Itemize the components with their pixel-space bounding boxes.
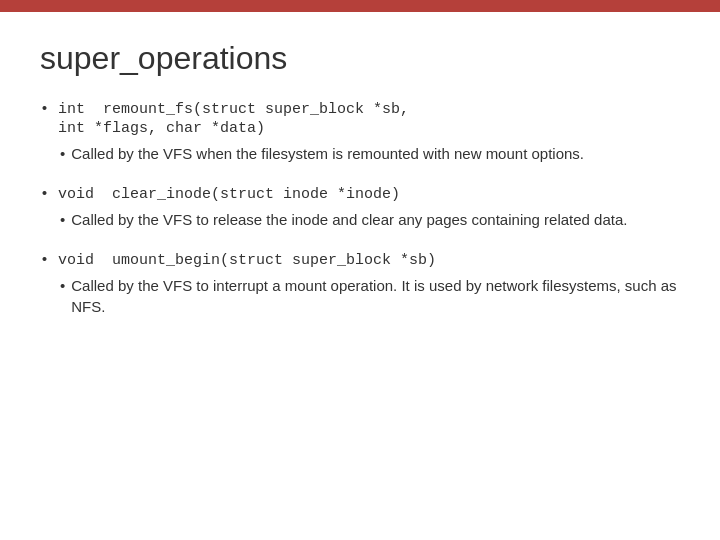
bullet-umount-1: • Called by the VFS to interrupt a mount…: [60, 275, 680, 317]
code-block-remount: • int remount_fs(struct super_block *sb,…: [40, 101, 680, 137]
section-umount: • void umount_begin(struct super_block *…: [40, 252, 680, 317]
code-text-clear-1: void clear_inode(struct inode *inode): [58, 186, 400, 203]
bullet-clear-1: • Called by the VFS to release the inode…: [60, 209, 680, 230]
bullet-dot-remount: •: [60, 143, 65, 164]
section-remount: • int remount_fs(struct super_block *sb,…: [40, 101, 680, 164]
code-text-remount-1: int remount_fs(struct super_block *sb,: [58, 101, 409, 118]
top-bar: [0, 0, 720, 12]
bullet-remount-1: • Called by the VFS when the filesystem …: [60, 143, 680, 164]
code-text-remount-2: int *flags, char *data): [58, 120, 265, 137]
bullet-dot-umount: •: [60, 275, 65, 296]
bullet-dot-clear: •: [60, 209, 65, 230]
code-block-umount: • void umount_begin(struct super_block *…: [40, 252, 680, 269]
bullet-text-umount: Called by the VFS to interrupt a mount o…: [71, 275, 680, 317]
page-title: super_operations: [40, 40, 680, 77]
code-line-remount-2: int *flags, char *data): [40, 120, 680, 137]
code-line-umount-1: • void umount_begin(struct super_block *…: [40, 252, 680, 269]
code-block-clear: • void clear_inode(struct inode *inode): [40, 186, 680, 203]
main-content: super_operations • int remount_fs(struct…: [0, 12, 720, 359]
code-line-clear-1: • void clear_inode(struct inode *inode): [40, 186, 680, 203]
bullet-text-remount: Called by the VFS when the filesystem is…: [71, 143, 584, 164]
code-line-remount-1: • int remount_fs(struct super_block *sb,: [40, 101, 680, 118]
section-clear-inode: • void clear_inode(struct inode *inode) …: [40, 186, 680, 230]
code-text-umount-1: void umount_begin(struct super_block *sb…: [58, 252, 436, 269]
bullet-text-clear: Called by the VFS to release the inode a…: [71, 209, 627, 230]
